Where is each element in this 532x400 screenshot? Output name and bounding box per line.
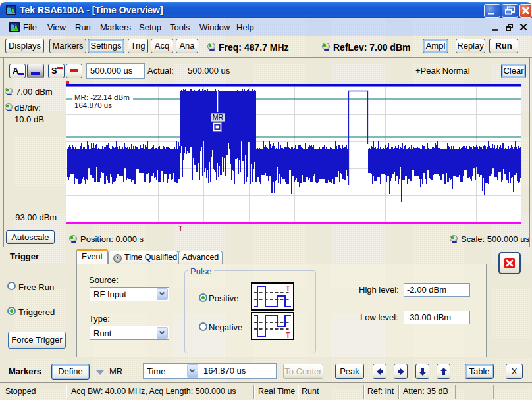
svg-text:T: T <box>286 331 290 339</box>
svg-text:MR: -22.14 dBm: MR: -22.14 dBm <box>74 93 130 101</box>
svg-text:MR: MR <box>213 113 224 121</box>
svg-text:164.870 us: 164.870 us <box>74 101 112 109</box>
svg-text:T: T <box>286 284 290 292</box>
svg-text:T: T <box>178 225 182 232</box>
